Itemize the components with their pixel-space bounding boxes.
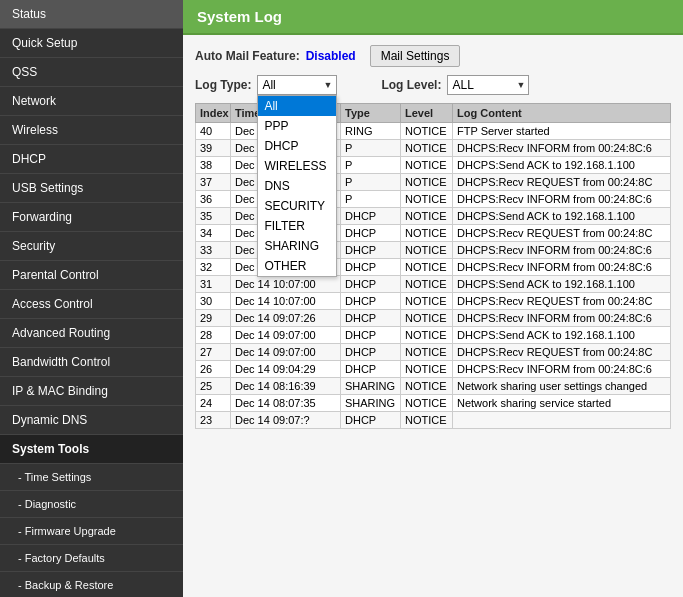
sidebar-item-time-settings[interactable]: - Time Settings xyxy=(0,464,183,491)
cell-index: 33 xyxy=(196,242,231,259)
log-type-group: Log Type: All AllPPPDHCPWIRELESSDNSSECUR… xyxy=(195,75,337,95)
cell-time: Dec 14 10:07:00 xyxy=(231,293,341,310)
cell-level: NOTICE xyxy=(401,293,453,310)
cell-content: DHCPS:Send ACK to 192.168.1.100 xyxy=(453,208,671,225)
table-row: 29Dec 14 09:07:26DHCPNOTICEDHCPS:Recv IN… xyxy=(196,310,671,327)
sidebar-item-parental-control[interactable]: Parental Control xyxy=(0,261,183,290)
cell-index: 26 xyxy=(196,361,231,378)
cell-index: 38 xyxy=(196,157,231,174)
log-type-option-filter[interactable]: FILTER xyxy=(258,216,336,236)
sidebar-item-firmware-upgrade[interactable]: - Firmware Upgrade xyxy=(0,518,183,545)
cell-time: Dec 14 09:07:00 xyxy=(231,327,341,344)
cell-type: P xyxy=(341,191,401,208)
cell-type: P xyxy=(341,140,401,157)
cell-time: Dec 14 09:07:? xyxy=(231,412,341,429)
auto-mail-value[interactable]: Disabled xyxy=(306,49,356,63)
cell-content: Network sharing service started xyxy=(453,395,671,412)
sidebar-item-diagnostic[interactable]: - Diagnostic xyxy=(0,491,183,518)
sidebar-item-ip-mac-binding[interactable]: IP & MAC Binding xyxy=(0,377,183,406)
cell-level: NOTICE xyxy=(401,157,453,174)
log-type-option-dns[interactable]: DNS xyxy=(258,176,336,196)
sidebar-item-access-control[interactable]: Access Control xyxy=(0,290,183,319)
page-title-text: System Log xyxy=(197,8,282,25)
cell-index: 29 xyxy=(196,310,231,327)
table-row: 28Dec 14 09:07:00DHCPNOTICEDHCPS:Send AC… xyxy=(196,327,671,344)
cell-index: 31 xyxy=(196,276,231,293)
cell-level: NOTICE xyxy=(401,259,453,276)
log-type-option-other[interactable]: OTHER xyxy=(258,256,336,276)
sidebar-item-network[interactable]: Network xyxy=(0,87,183,116)
cell-index: 24 xyxy=(196,395,231,412)
cell-level: NOTICE xyxy=(401,208,453,225)
cell-index: 28 xyxy=(196,327,231,344)
log-type-list: AllPPPDHCPWIRELESSDNSSECURITYFILTERSHARI… xyxy=(257,95,337,277)
log-type-option-security[interactable]: SECURITY xyxy=(258,196,336,216)
table-row: 31Dec 14 10:07:00DHCPNOTICEDHCPS:Send AC… xyxy=(196,276,671,293)
table-row: 24Dec 14 08:07:35SHARINGNOTICENetwork sh… xyxy=(196,395,671,412)
sidebar-item-backup-restore[interactable]: - Backup & Restore xyxy=(0,572,183,597)
sidebar-item-factory-defaults[interactable]: - Factory Defaults xyxy=(0,545,183,572)
sidebar-item-forwarding[interactable]: Forwarding xyxy=(0,203,183,232)
cell-index: 36 xyxy=(196,191,231,208)
cell-level: NOTICE xyxy=(401,310,453,327)
main-content: System Log Auto Mail Feature: Disabled M… xyxy=(183,0,683,597)
log-type-option-wireless[interactable]: WIRELESS xyxy=(258,156,336,176)
controls-row-1: Auto Mail Feature: Disabled Mail Setting… xyxy=(195,45,671,67)
cell-index: 27 xyxy=(196,344,231,361)
cell-level: NOTICE xyxy=(401,140,453,157)
sidebar: StatusQuick SetupQSSNetworkWirelessDHCPU… xyxy=(0,0,183,597)
cell-type: SHARING xyxy=(341,378,401,395)
cell-content: DHCPS:Send ACK to 192.168.1.100 xyxy=(453,157,671,174)
cell-content: DHCPS:Recv REQUEST from 00:24:8C xyxy=(453,225,671,242)
sidebar-item-system-tools[interactable]: System Tools xyxy=(0,435,183,464)
log-type-trigger[interactable]: All xyxy=(257,75,337,95)
sidebar-item-quick-setup[interactable]: Quick Setup xyxy=(0,29,183,58)
mail-settings-button[interactable]: Mail Settings xyxy=(370,45,461,67)
log-type-option-ppp[interactable]: PPP xyxy=(258,116,336,136)
log-type-dropdown[interactable]: All AllPPPDHCPWIRELESSDNSSECURITYFILTERS… xyxy=(257,75,337,95)
sidebar-item-usb-settings[interactable]: USB Settings xyxy=(0,174,183,203)
cell-index: 39 xyxy=(196,140,231,157)
log-level-dropdown[interactable]: ALLDEBUGINFONOTICEWARNINGERROR xyxy=(447,75,529,95)
cell-time: Dec 14 08:16:39 xyxy=(231,378,341,395)
log-type-option-all[interactable]: All xyxy=(258,96,336,116)
cell-level: NOTICE xyxy=(401,344,453,361)
cell-level: NOTICE xyxy=(401,327,453,344)
sidebar-item-status[interactable]: Status xyxy=(0,0,183,29)
cell-index: 25 xyxy=(196,378,231,395)
table-row: 23Dec 14 09:07:?DHCPNOTICE xyxy=(196,412,671,429)
sidebar-item-advanced-routing[interactable]: Advanced Routing xyxy=(0,319,183,348)
cell-type: DHCP xyxy=(341,327,401,344)
table-row: 26Dec 14 09:04:29DHCPNOTICEDHCPS:Recv IN… xyxy=(196,361,671,378)
cell-content: DHCPS:Recv INFORM from 00:24:8C:6 xyxy=(453,191,671,208)
cell-index: 34 xyxy=(196,225,231,242)
sidebar-item-dynamic-dns[interactable]: Dynamic DNS xyxy=(0,406,183,435)
log-type-option-dhcp[interactable]: DHCP xyxy=(258,136,336,156)
auto-mail-label: Auto Mail Feature: xyxy=(195,49,300,63)
cell-type: DHCP xyxy=(341,225,401,242)
log-level-group: Log Level: ALLDEBUGINFONOTICEWARNINGERRO… xyxy=(381,75,529,95)
cell-type: DHCP xyxy=(341,412,401,429)
log-level-select[interactable]: ALLDEBUGINFONOTICEWARNINGERROR xyxy=(447,75,529,95)
cell-index: 30 xyxy=(196,293,231,310)
sidebar-item-security[interactable]: Security xyxy=(0,232,183,261)
table-row: 27Dec 14 09:07:00DHCPNOTICEDHCPS:Recv RE… xyxy=(196,344,671,361)
table-row: 25Dec 14 08:16:39SHARINGNOTICENetwork sh… xyxy=(196,378,671,395)
col-header-index: Index xyxy=(196,104,231,123)
sidebar-item-bandwidth-control[interactable]: Bandwidth Control xyxy=(0,348,183,377)
sidebar-item-dhcp[interactable]: DHCP xyxy=(0,145,183,174)
col-header-content: Log Content xyxy=(453,104,671,123)
cell-type: DHCP xyxy=(341,259,401,276)
cell-index: 40 xyxy=(196,123,231,140)
auto-mail-group: Auto Mail Feature: Disabled xyxy=(195,49,356,63)
cell-type: DHCP xyxy=(341,208,401,225)
cell-content: DHCPS:Recv INFORM from 00:24:8C:6 xyxy=(453,310,671,327)
log-type-option-sharing[interactable]: SHARING xyxy=(258,236,336,256)
cell-level: NOTICE xyxy=(401,191,453,208)
sidebar-item-wireless[interactable]: Wireless xyxy=(0,116,183,145)
controls-row-2: Log Type: All AllPPPDHCPWIRELESSDNSSECUR… xyxy=(195,75,671,95)
cell-type: DHCP xyxy=(341,293,401,310)
sidebar-item-qss[interactable]: QSS xyxy=(0,58,183,87)
cell-level: NOTICE xyxy=(401,242,453,259)
cell-index: 32 xyxy=(196,259,231,276)
